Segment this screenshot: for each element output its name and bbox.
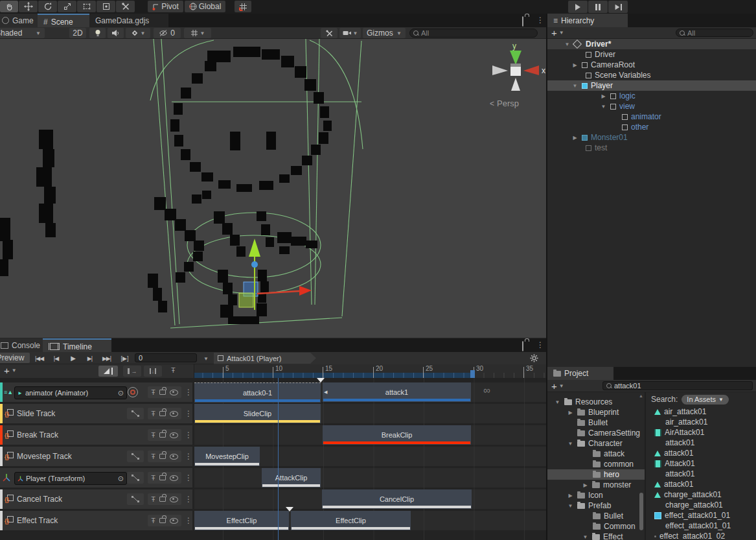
eye-icon[interactable] — [170, 518, 178, 524]
pause-button[interactable] — [588, 1, 608, 13]
lock-icon[interactable] — [159, 390, 166, 395]
tree-item-icon[interactable]: ▶Icon — [547, 490, 645, 500]
scene-effects-dropdown[interactable]: ▼ — [126, 28, 150, 38]
track-menu-icon[interactable]: ⋮ — [185, 516, 192, 525]
track-break[interactable]: Break Track Ŧ ⋮ — [0, 425, 192, 445]
clip-effect-1[interactable]: EffectClip — [194, 511, 289, 530]
next-frame-button[interactable]: ▶| — [82, 353, 98, 364]
clip-movestep[interactable]: MovestepClip — [194, 447, 260, 466]
project-add-button[interactable]: + ▼ — [551, 381, 564, 391]
goto-end-button[interactable]: ▶▶| — [98, 353, 115, 364]
eye-icon[interactable] — [170, 390, 178, 395]
result-item[interactable]: AirAttack01 — [646, 427, 756, 438]
tree-item-hero[interactable]: hero — [547, 469, 645, 480]
hierarchy-add-button[interactable]: + ▼ — [551, 28, 564, 38]
ripple-mode-button[interactable]: → — [123, 366, 141, 377]
tab-gamedata[interactable]: GameData.gdjs — [89, 14, 168, 27]
result-item[interactable]: effect_attack01_01 — [646, 521, 756, 531]
pin-icon[interactable]: Ŧ — [151, 475, 155, 482]
tab-timeline[interactable]: Timeline — [43, 338, 111, 353]
tree-item-common[interactable]: common — [547, 459, 645, 469]
pin-icon[interactable]: Ŧ — [151, 453, 155, 460]
result-item[interactable]: charge_attack01 — [646, 500, 756, 510]
gizmos-dropdown[interactable]: Gizmos▼ — [363, 28, 406, 38]
pin-icon[interactable]: Ŧ — [151, 389, 155, 396]
replace-mode-button[interactable]: ↓ — [144, 366, 162, 377]
clip-attack1[interactable]: ◀ attack1 — [323, 382, 471, 402]
clip-attackclip[interactable]: AttackClip — [262, 468, 321, 487]
track-cancel[interactable]: Cancel Track Ŧ ⋮ — [0, 489, 192, 509]
eye-icon[interactable] — [170, 411, 178, 417]
breadcrumb[interactable]: Attack01 (Player) — [214, 353, 316, 364]
timeline-ruler[interactable]: 5 10 15 20 25 30 35 — [194, 364, 546, 378]
timeline-play-button[interactable]: ▶ — [65, 353, 81, 364]
track-movestep[interactable]: Movestep Track Ŧ ⋮ — [0, 447, 192, 466]
scroll-up-icon[interactable]: ▲ — [639, 393, 643, 398]
tree-item-character[interactable]: ▼Character — [547, 438, 645, 449]
result-item[interactable]: air_attack01 — [646, 406, 756, 417]
result-item[interactable]: charge_attack01 — [646, 489, 756, 500]
tree-scrollbar-thumb[interactable] — [639, 493, 643, 530]
track-player-transform[interactable]: Player (Transform) ⊙ Ŧ ⋮ — [0, 468, 192, 487]
step-button[interactable] — [608, 1, 628, 13]
lock-icon[interactable] — [159, 497, 166, 502]
transform-tool-button[interactable] — [97, 1, 115, 12]
scene-panel-menu-icon[interactable]: ⋮ — [536, 16, 544, 25]
result-item[interactable]: attack01 — [646, 448, 756, 458]
tree-item-bullet[interactable]: Bullet — [547, 417, 645, 428]
scene-audio-button[interactable] — [108, 28, 124, 38]
clip-break[interactable]: BreakClip — [323, 425, 471, 445]
lock-icon[interactable] — [159, 454, 166, 459]
result-item[interactable]: effect_attack01_01 — [646, 510, 756, 521]
result-item[interactable]: effect_attack01_02 — [646, 531, 756, 540]
scene-tools-button[interactable] — [321, 28, 338, 38]
hierarchy-search-field[interactable] — [676, 29, 753, 37]
hidden-objects-button[interactable]: 0 — [154, 28, 181, 38]
persp-toggle[interactable]: < Persp — [490, 99, 519, 108]
hierarchy-search-input[interactable] — [687, 29, 750, 37]
play-button[interactable] — [568, 1, 588, 13]
hierarchy-item-driver[interactable]: Driver — [547, 49, 756, 60]
frame-field[interactable] — [135, 353, 197, 362]
hierarchy-item-logic[interactable]: ▶logic — [547, 91, 756, 101]
hierarchy-item-player[interactable]: ▼Player — [547, 80, 756, 91]
add-track-button[interactable]: + ▼ — [4, 366, 17, 375]
frame-field-caret[interactable]: ▼ — [203, 356, 209, 362]
result-item[interactable]: Attack01 — [646, 458, 756, 469]
expand-arrow-icon[interactable]: ▼ — [571, 83, 578, 89]
hierarchy-item-scene[interactable]: ▼Driver* — [547, 39, 756, 49]
scene-search-field[interactable] — [409, 29, 538, 38]
expand-arrow-icon[interactable]: ▶ — [571, 62, 578, 68]
curves-button[interactable] — [127, 493, 144, 505]
tab-project[interactable]: Project — [547, 367, 613, 380]
hierarchy-item-monster01[interactable]: ▶Monster01 — [547, 132, 756, 143]
mix-mode-button[interactable] — [98, 366, 118, 377]
timeline-panel-menu-icon[interactable]: ⋮ — [536, 340, 544, 349]
clip-attack0-1[interactable]: attack0-1 — [194, 382, 321, 403]
result-item[interactable]: attack01 — [646, 479, 756, 489]
orientation-gizmo[interactable]: y x — [485, 40, 546, 99]
hierarchy-item-test[interactable]: test — [547, 143, 756, 153]
pin-icon[interactable]: Ŧ — [151, 432, 155, 439]
tree-item-blueprint[interactable]: ▶Blueprint — [547, 407, 645, 417]
hierarchy-item-other[interactable]: other — [547, 122, 756, 132]
2d-toggle-button[interactable]: 2D — [69, 28, 86, 38]
timeline-panel-lock-icon[interactable] — [522, 341, 523, 351]
goto-start-button[interactable]: |◀◀ — [31, 353, 47, 364]
playhead-cap[interactable] — [470, 370, 475, 378]
eye-icon[interactable] — [170, 454, 178, 460]
curves-button[interactable] — [127, 451, 144, 462]
lock-icon[interactable] — [159, 432, 166, 438]
track-effect[interactable]: Effect Track Ŧ ⋮ — [0, 511, 192, 530]
hand-tool-button[interactable] — [0, 1, 18, 12]
lock-icon[interactable] — [159, 518, 166, 523]
eye-icon[interactable] — [170, 475, 178, 481]
prev-frame-button[interactable]: |◀ — [48, 353, 64, 364]
eye-icon[interactable] — [170, 497, 178, 502]
shading-mode-dropdown[interactable]: Shaded▼ — [0, 28, 45, 38]
track-menu-icon[interactable]: ⋮ — [185, 409, 192, 418]
result-item[interactable]: attack01 — [646, 438, 756, 448]
pivot-toggle-button[interactable]: Pivot — [148, 1, 183, 12]
playhead-line[interactable] — [278, 378, 279, 540]
clip-slide[interactable]: SlideClip — [194, 404, 321, 423]
